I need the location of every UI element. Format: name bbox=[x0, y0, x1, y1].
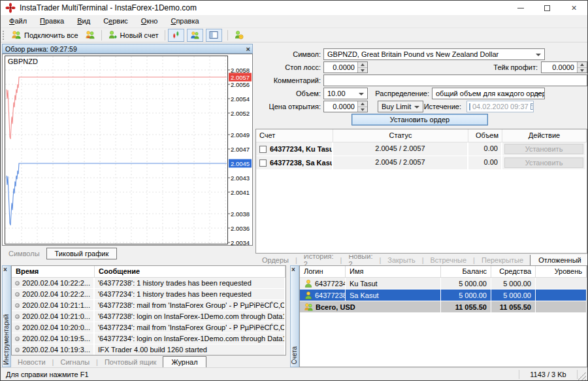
menu-Файл[interactable]: Файл bbox=[3, 16, 33, 27]
order-col-4[interactable]: Действие bbox=[502, 129, 587, 142]
place-order-button[interactable]: Установить ордер bbox=[351, 114, 488, 125]
order-tab-5[interactable]: Встречные bbox=[424, 255, 474, 265]
order-tab-2[interactable]: История: 2 bbox=[297, 255, 340, 265]
account-row[interactable]: 64377234Ku Tasut5 000.005 000.00 bbox=[300, 278, 587, 290]
journal-row[interactable]: 2020.02.04 10:22:2...'64377238': 1 histo… bbox=[12, 278, 286, 289]
toolbar-separator bbox=[227, 30, 228, 41]
maximize-button[interactable] bbox=[534, 1, 561, 15]
order-type-select[interactable]: Buy Limit bbox=[378, 101, 423, 112]
account-settings-button[interactable] bbox=[231, 29, 247, 42]
toolbox-close-icon[interactable]: × bbox=[3, 266, 7, 273]
stop-loss-stepper[interactable] bbox=[357, 62, 367, 73]
account-row[interactable]: 64377238Sa Kasut5 000.005 000.00 bbox=[300, 290, 587, 301]
symbol-label: Символ: bbox=[259, 48, 321, 60]
accounts-toggle-button[interactable] bbox=[187, 29, 203, 42]
accounts-col-5[interactable]: Уровень bbox=[536, 266, 587, 277]
tick-chart-canvas: 2.00582.00562.00542.00522.00492.00472.00… bbox=[3, 54, 252, 245]
minimize-button[interactable] bbox=[507, 1, 534, 15]
market-overview-close-icon[interactable]: × bbox=[246, 44, 250, 54]
terminal-panel-toggle-button[interactable] bbox=[206, 29, 222, 42]
account-person-icon bbox=[304, 291, 313, 300]
journal-row[interactable]: 2020.02.04 10:21:1...'64377238': mail fr… bbox=[12, 300, 286, 311]
market-overview-header[interactable]: Обзор рынка: 09:27:59 × bbox=[2, 44, 253, 54]
svg-text:2.0056: 2.0056 bbox=[231, 81, 250, 88]
journal-col-1[interactable]: Время bbox=[12, 266, 95, 277]
connect-all-icon bbox=[11, 30, 22, 40]
order-col-2[interactable]: Статус bbox=[333, 129, 468, 142]
order-account-row[interactable]: 64377238, Sa Kasut2.0045 / 2.00570.00Уст… bbox=[256, 156, 587, 169]
menu-Правка[interactable]: Правка bbox=[33, 16, 71, 27]
svg-text:2.0034: 2.0034 bbox=[231, 239, 250, 246]
log-bullet-icon bbox=[15, 292, 20, 297]
menu-Справка[interactable]: Справка bbox=[164, 16, 205, 27]
menu-Вид[interactable]: Вид bbox=[71, 16, 97, 27]
calendar-icon bbox=[531, 103, 534, 110]
journal-tab-3[interactable]: Почтовый ящик bbox=[98, 357, 163, 367]
journal-col-2[interactable]: Сообщение bbox=[95, 266, 286, 277]
open-price-stepper[interactable] bbox=[357, 101, 367, 112]
open-price-input[interactable]: 0.0000 bbox=[323, 101, 368, 112]
toolbar-grip[interactable] bbox=[3, 31, 5, 40]
account-checkbox[interactable] bbox=[259, 159, 267, 167]
menu-Сервис[interactable]: Сервис bbox=[97, 16, 135, 27]
order-account-row[interactable]: 64377234, Ku Tasut2.0045 / 2.00570.00Уст… bbox=[256, 142, 587, 156]
comment-input[interactable] bbox=[323, 75, 587, 86]
toolbox-strip[interactable]: × Инструментарий bbox=[2, 265, 11, 367]
order-tab-1[interactable]: Ордеры bbox=[255, 255, 295, 265]
journal-tab-1[interactable]: Новости bbox=[11, 357, 52, 367]
journal-row[interactable]: 2020.02.04 10:20:0...'64377234': mail fr… bbox=[12, 322, 286, 333]
take-profit-input[interactable]: 0.0000 bbox=[541, 61, 587, 73]
calendar-button[interactable] bbox=[531, 103, 534, 110]
set-order-button[interactable]: Установить bbox=[504, 157, 583, 168]
distribution-select[interactable]: общий объем для каждого ордера bbox=[432, 88, 545, 99]
order-tab-4[interactable]: Закрыть bbox=[381, 255, 421, 265]
market-watch-toggle-button[interactable] bbox=[168, 29, 184, 42]
journal-row[interactable]: 2020.02.04 10:22:2...'64377234': 1 histo… bbox=[12, 289, 286, 300]
journal-row[interactable]: 2020.02.04 10:19:5...'64377234': login o… bbox=[12, 333, 286, 344]
svg-text:GBPNZD: GBPNZD bbox=[8, 58, 38, 65]
chevron-down-icon bbox=[536, 54, 541, 56]
accounts-col-2[interactable]: Имя bbox=[346, 266, 441, 277]
order-col-3[interactable]: Объем bbox=[468, 129, 502, 142]
tick-chart[interactable]: 2.00582.00562.00542.00522.00492.00472.00… bbox=[2, 54, 253, 246]
order-tab-6[interactable]: Перекрытые bbox=[475, 255, 530, 265]
market-watch-icon bbox=[172, 31, 180, 39]
order-col-1[interactable]: Счет bbox=[256, 129, 333, 142]
account-checkbox[interactable] bbox=[259, 146, 267, 153]
volume-label: Объем: bbox=[259, 88, 321, 99]
distribution-label: Распределение: bbox=[364, 88, 429, 99]
market-tab-1[interactable]: Символы bbox=[2, 248, 46, 259]
expiry-input[interactable]: 04.02.2020 09:37 bbox=[466, 101, 534, 112]
new-account-icon bbox=[108, 30, 118, 40]
toolbar: Подключить все Новый счет bbox=[1, 28, 587, 42]
stop-loss-input[interactable]: 0.0000 bbox=[323, 61, 368, 73]
journal-row[interactable]: 2020.02.04 10:21:0...'64377238': login o… bbox=[12, 311, 286, 322]
accounts-strip[interactable]: × Счета bbox=[290, 265, 299, 367]
symbol-select[interactable]: GBPNZD, Great Britain Pound vs New Zeala… bbox=[323, 48, 545, 60]
log-bullet-icon bbox=[15, 303, 20, 308]
disconnect-all-button[interactable] bbox=[82, 29, 99, 42]
volume-select[interactable]: 10.00 bbox=[323, 88, 368, 99]
close-icon: × bbox=[571, 5, 576, 11]
take-profit-stepper[interactable] bbox=[577, 62, 587, 73]
market-tab-2[interactable]: Тиковый график bbox=[46, 248, 118, 259]
connect-all-button[interactable]: Подключить все bbox=[8, 29, 82, 42]
journal-tab-2[interactable]: Сигналы bbox=[54, 357, 96, 367]
accounts-total-row: Всего, USD11 055.5011 055.50 bbox=[300, 301, 587, 313]
expiry-checkbox[interactable] bbox=[469, 103, 470, 110]
order-tab-7[interactable]: Отложенный bbox=[530, 255, 588, 265]
set-order-button[interactable]: Установить bbox=[504, 144, 583, 154]
accounts-col-1[interactable]: Логин bbox=[300, 266, 346, 277]
new-account-button[interactable]: Новый счет bbox=[105, 29, 162, 42]
accounts-col-4[interactable]: Средства bbox=[491, 266, 536, 277]
accounts-close-icon[interactable]: × bbox=[291, 266, 295, 273]
svg-text:2.0043: 2.0043 bbox=[231, 174, 250, 182]
resize-grip[interactable] bbox=[578, 372, 586, 380]
menu-Окно[interactable]: Окно bbox=[135, 16, 165, 27]
order-tab-3[interactable]: Новый: 2 bbox=[342, 255, 379, 265]
journal-tab-4[interactable]: Журнал bbox=[163, 356, 206, 368]
accounts-col-3[interactable]: Баланс bbox=[441, 266, 491, 277]
close-button[interactable]: × bbox=[561, 1, 587, 15]
journal-table: ВремяСообщение2020.02.04 10:22:2...'6437… bbox=[11, 265, 286, 356]
journal-row[interactable]: 2020.02.04 10:19:3...IFX Trader 4.00 bui… bbox=[12, 344, 286, 356]
